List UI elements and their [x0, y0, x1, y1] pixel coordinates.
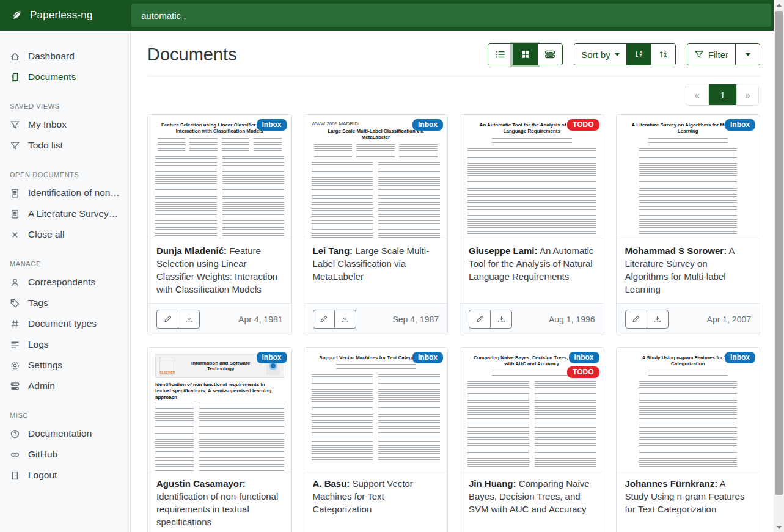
inbox-tag-badge[interactable]: Inbox [725, 352, 755, 363]
document-card[interactable]: WWW 2009 MADRID! Large Scale Multi-Label… [304, 114, 449, 335]
next-page-button[interactable]: » [736, 84, 758, 105]
scroll-down-arrow[interactable] [774, 522, 784, 532]
saved-views-section-title: SAVED VIEWS [10, 103, 120, 110]
document-thumbnail[interactable]: Support Vector Machines for Text Categor… [304, 348, 448, 472]
sidebar-item-dashboard[interactable]: Dashboard [0, 46, 130, 66]
download-document-button[interactable] [334, 310, 356, 329]
download-document-button[interactable] [490, 310, 512, 329]
todo-tag-badge[interactable]: TODO [567, 119, 599, 131]
home-icon [10, 51, 20, 62]
view-toggle-group [488, 43, 563, 65]
filter-button[interactable]: Filter [687, 44, 735, 65]
document-thumbnail[interactable]: Feature Selection using Linear Classifie… [148, 115, 291, 239]
pagination-row: « 1 » [147, 84, 759, 106]
document-thumbnail[interactable]: A Literature Survey on Algorithms for Mu… [617, 115, 760, 239]
filter-dropdown-button[interactable] [735, 44, 760, 65]
file-text-icon [10, 188, 20, 199]
sidebar-close-all[interactable]: Close all [0, 225, 130, 244]
chevron-down-icon [615, 53, 620, 56]
sidebar-item-github[interactable]: GitHub [0, 445, 130, 464]
sort-alpha-up-icon: ZA [658, 49, 668, 59]
document-thumbnail[interactable]: WWW 2009 MADRID! Large Scale Multi-Label… [304, 115, 448, 239]
document-card[interactable]: A Literature Survey on Algorithms for Mu… [616, 114, 761, 335]
sidebar-item-documentation[interactable]: Documentation [0, 424, 130, 443]
inbox-tag-badge[interactable]: Inbox [569, 352, 599, 363]
scroll-up-arrow[interactable] [774, 0, 784, 10]
sidebar-item-correspondents[interactable]: Correspondents [0, 272, 130, 292]
document-thumbnail[interactable]: ELSEVIER Information and Software Techno… [148, 348, 291, 472]
toggles-icon [10, 381, 20, 392]
sort-group: Sort by AZ ZA [574, 43, 676, 65]
sidebar-item-tags[interactable]: Tags [0, 293, 130, 313]
sidebar-open-document-2[interactable]: A Literature Survey on ... [0, 204, 130, 224]
close-icon [10, 230, 20, 240]
download-document-button[interactable] [178, 310, 200, 329]
document-card[interactable]: Comparing Naive Bayes, Decision Trees, a… [460, 347, 604, 532]
grid-view-button[interactable] [513, 44, 537, 65]
sort-alpha-down-icon: AZ [634, 49, 643, 59]
inbox-tag-badge[interactable]: Inbox [257, 352, 287, 363]
correspondent-name: Giuseppe Lami: [469, 246, 538, 256]
tag-icon [10, 298, 20, 308]
inbox-tag-badge[interactable]: Inbox [412, 119, 443, 131]
document-title[interactable]: Dunja Mladenić: Feature Selection using … [148, 239, 291, 303]
vertical-scrollbar[interactable] [774, 0, 784, 532]
previous-page-button[interactable]: « [686, 84, 708, 105]
document-title[interactable]: Mohammad S Sorower: A Literature Survey … [617, 239, 760, 303]
correspondent-name: Mohammad S Sorower: [625, 246, 727, 256]
sort-ascending-button[interactable]: AZ [626, 44, 651, 65]
funnel-icon [10, 120, 20, 130]
open-documents-section-title: OPEN DOCUMENTS [10, 171, 120, 178]
document-title[interactable]: Lei Tang: Large Scale Multi-Label Classi… [304, 239, 448, 303]
list-view-button[interactable] [488, 44, 513, 65]
download-document-button[interactable] [647, 310, 669, 329]
page-1-button[interactable]: 1 [708, 84, 736, 105]
detail-view-button[interactable] [537, 44, 562, 65]
gear-icon [10, 360, 20, 371]
sidebar-open-document-1[interactable]: Identification of non-fu... [0, 183, 130, 203]
document-title[interactable]: A. Basu: Support Vector Machines for Tex… [304, 472, 448, 532]
todo-tag-badge[interactable]: TODO [567, 366, 599, 378]
document-card[interactable]: A Study Using n-gram Features for Text C… [616, 347, 761, 532]
document-title[interactable]: Jin Huang: Comparing Naive Bayes, Decisi… [460, 472, 604, 532]
edit-document-button[interactable] [625, 310, 647, 329]
sidebar-item-document-types[interactable]: Document types [0, 314, 130, 333]
correspondent-name: Dunja Mladenić: [156, 246, 227, 256]
inbox-tag-badge[interactable]: Inbox [412, 352, 443, 363]
card-footer: Apr 1, 2007 [617, 303, 760, 335]
document-card[interactable]: Feature Selection using Linear Classifie… [147, 114, 292, 335]
sidebar-item-documents[interactable]: Documents [0, 67, 130, 87]
edit-document-button[interactable] [469, 310, 491, 329]
document-title[interactable]: Giuseppe Lami: An Automatic Tool for the… [460, 239, 604, 303]
person-icon [10, 277, 20, 288]
document-thumbnail[interactable]: A Study Using n-gram Features for Text C… [617, 348, 760, 472]
edit-document-button[interactable] [313, 310, 335, 329]
sidebar-item-logs[interactable]: Logs [0, 335, 130, 354]
door-icon [10, 470, 20, 481]
document-thumbnail[interactable]: An Automatic Tool for the Analysis of Na… [460, 115, 604, 239]
inbox-tag-badge[interactable]: Inbox [725, 119, 755, 131]
document-card[interactable]: ELSEVIER Information and Software Techno… [147, 347, 292, 532]
inbox-tag-badge[interactable]: Inbox [257, 119, 287, 131]
document-title[interactable]: Johannes Fürnkranz: A Study Using n-gram… [617, 472, 760, 532]
edit-document-button[interactable] [156, 310, 178, 329]
brand[interactable]: Paperless-ng [0, 0, 130, 31]
sort-descending-button[interactable]: ZA [651, 44, 675, 65]
sidebar-item-settings[interactable]: Settings [0, 355, 130, 375]
card-footer: Sep 4, 1987 [304, 303, 448, 335]
search-input[interactable] [131, 4, 771, 27]
sort-by-button[interactable]: Sort by [574, 44, 626, 65]
scrollbar-thumb[interactable] [775, 11, 783, 495]
sidebar-item-todo-list[interactable]: Todo list [0, 136, 130, 155]
misc-section-title: MISC [10, 412, 120, 419]
document-card[interactable]: Support Vector Machines for Text Categor… [304, 347, 449, 532]
document-title[interactable]: Agustin Casamayor: Identification of non… [148, 472, 291, 532]
thumbnail-paper-title: Identification of non-functional require… [155, 382, 280, 401]
document-thumbnail[interactable]: Comparing Naive Bayes, Decision Trees, a… [460, 348, 604, 472]
sidebar-item-logout[interactable]: Logout [0, 465, 130, 485]
sidebar-item-admin[interactable]: Admin [0, 376, 130, 396]
sidebar-item-my-inbox[interactable]: My Inbox [0, 115, 130, 134]
correspondent-name: Agustin Casamayor: [156, 478, 246, 489]
document-card[interactable]: An Automatic Tool for the Analysis of Na… [460, 114, 604, 335]
document-card-grid: Feature Selection using Linear Classifie… [147, 114, 760, 532]
